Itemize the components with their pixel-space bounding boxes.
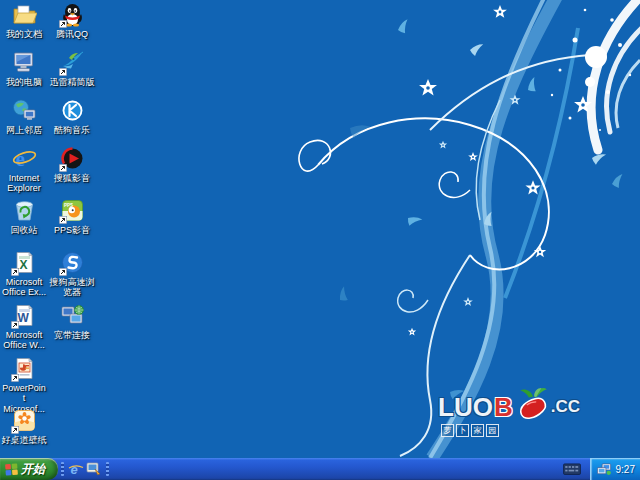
svg-text:PPS: PPS (64, 203, 73, 208)
quicklaunch-show-desktop[interactable] (85, 460, 103, 478)
my-computer-icon (12, 50, 37, 75)
desktop-icon-network-places[interactable]: 网上邻居 (1, 98, 47, 135)
internet-explorer-icon: e (12, 146, 37, 171)
sohu-video-icon (60, 146, 85, 171)
desktop-icon-word[interactable]: W Microsoft Office W... (1, 303, 47, 351)
icon-label: 我的文档 (1, 29, 47, 39)
sogou-browser-icon (60, 250, 85, 275)
network-places-icon (12, 98, 37, 123)
haozhuodao-wallpaper-icon (12, 408, 37, 433)
logo-subtitle: 萝 卜 家 园 (441, 424, 598, 437)
quicklaunch-grip[interactable] (61, 462, 64, 476)
shortcut-arrow-icon (11, 268, 19, 276)
icon-label: PPS影音 (47, 225, 97, 235)
desktop-icon-my-documents[interactable]: 我的文档 (1, 2, 47, 39)
desktop-icon-excel[interactable]: X Microsoft Office Ex... (1, 250, 47, 298)
network-icon[interactable] (597, 463, 612, 476)
word-icon: W (12, 303, 37, 328)
start-button[interactable]: 开始 (0, 458, 58, 480)
icon-label: 网上邻居 (1, 125, 47, 135)
icon-label: Microsoft Office W... (1, 330, 47, 351)
powerpoint-icon (12, 356, 37, 381)
desktop-icon-pps-video[interactable]: PPS PPS影音 (47, 198, 97, 235)
desktop-icon-my-computer[interactable]: 我的电脑 (1, 50, 47, 87)
taskbar-clock[interactable]: 9:27 (616, 464, 635, 475)
shortcut-arrow-icon (59, 20, 67, 28)
shortcut-arrow-icon (11, 374, 19, 382)
logo-stamp: 园 (486, 424, 499, 437)
thunder-bird-icon (60, 50, 85, 75)
wallpaper-logo: LUO B .CC 萝 卜 家 园 (438, 386, 598, 444)
radish-icon (514, 386, 550, 424)
qq-penguin-icon (60, 2, 85, 27)
ie-icon: e (68, 461, 84, 477)
taskbar-grip[interactable] (106, 462, 109, 476)
recycle-bin-icon (12, 198, 37, 223)
icon-label: 宽带连接 (47, 330, 97, 340)
desktop-icon-thunder-lite[interactable]: 迅雷精简版 (47, 50, 97, 87)
svg-text:X: X (19, 258, 27, 272)
logo-text-luo: LUO (438, 392, 493, 423)
shortcut-arrow-icon (11, 426, 19, 434)
icon-label: 我的电脑 (1, 77, 47, 87)
my-documents-icon (12, 2, 37, 27)
taskbar: 开始 e (0, 458, 640, 480)
icon-label: 腾讯QQ (47, 29, 97, 39)
svg-text:e: e (71, 462, 78, 477)
icon-label: 回收站 (1, 225, 47, 235)
desktop-icon-powerpoint[interactable]: PowerPoint Microsof... (1, 356, 47, 414)
desktop-icon-internet-explorer[interactable]: e Internet Explorer (1, 146, 47, 194)
system-tray: 9:27 (590, 458, 640, 480)
shortcut-arrow-icon (59, 68, 67, 76)
logo-stamp: 萝 (441, 424, 454, 437)
desktop-icon-haozhuodao[interactable]: 好桌道壁纸 (1, 408, 47, 445)
desktop-icon-kugou-music[interactable]: 酷狗音乐 (47, 98, 97, 135)
shortcut-arrow-icon (11, 321, 19, 329)
desktop-icon-sogou-browser[interactable]: 搜狗高速浏览器 (47, 250, 97, 298)
kugou-icon (60, 98, 85, 123)
icon-label: 酷狗音乐 (47, 125, 97, 135)
desktop-icon-sohu-video[interactable]: 搜狐影音 (47, 146, 97, 183)
icon-label: 好桌道壁纸 (1, 435, 47, 445)
logo-stamp: 家 (471, 424, 484, 437)
start-label: 开始 (21, 461, 45, 478)
logo-text-cc: .CC (551, 397, 580, 417)
icon-label: 搜狗高速浏览器 (47, 277, 97, 298)
excel-icon: X (12, 250, 37, 275)
broadband-connection-icon (60, 303, 85, 328)
pps-video-icon: PPS (60, 198, 85, 223)
logo-stamp: 卜 (456, 424, 469, 437)
svg-text:W: W (17, 311, 29, 325)
keyboard-icon (563, 463, 581, 475)
icon-label: Internet Explorer (1, 173, 47, 194)
quicklaunch-internet-explorer[interactable]: e (67, 460, 85, 478)
desktop-icon-tencent-qq[interactable]: 腾讯QQ (47, 2, 97, 39)
input-method-button[interactable] (563, 462, 581, 476)
icon-label: 迅雷精简版 (47, 77, 97, 87)
desktop-icon-broadband[interactable]: 宽带连接 (47, 303, 97, 340)
shortcut-arrow-icon (59, 216, 67, 224)
shortcut-arrow-icon (59, 268, 67, 276)
show-desktop-icon (86, 461, 102, 477)
desktop-icon-recycle-bin[interactable]: 回收站 (1, 198, 47, 235)
logo-text-b: B (494, 392, 513, 423)
svg-text:e: e (15, 147, 24, 171)
icon-label: 搜狐影音 (47, 173, 97, 183)
desktop[interactable]: LUO B .CC 萝 卜 家 园 我的文 (0, 0, 640, 480)
shortcut-arrow-icon (59, 164, 67, 172)
windows-logo-icon (5, 463, 18, 476)
icon-label: Microsoft Office Ex... (1, 277, 47, 298)
